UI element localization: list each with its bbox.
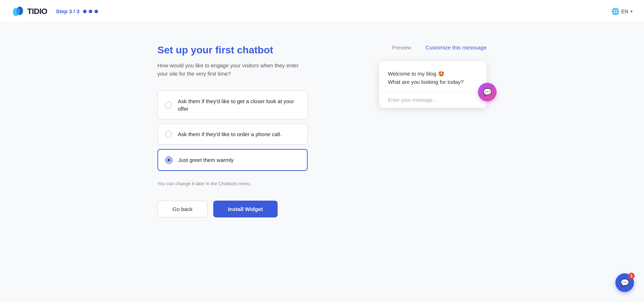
- option-greet-label: Just greet them warmly: [178, 156, 234, 164]
- chat-widget-icon: 💬: [483, 88, 492, 96]
- step-text: Step 3 / 3: [56, 8, 79, 14]
- header-left: TIDIO Step 3 / 3: [11, 5, 98, 18]
- step-dots: [83, 10, 98, 13]
- preview-header: Preview Customize this messsage: [351, 44, 487, 51]
- lang-text: EN: [621, 9, 628, 14]
- radio-phone: [165, 131, 172, 138]
- globe-icon: 🌐: [611, 8, 619, 15]
- option-offer-label: Ask them if they'd like to get a closer …: [178, 97, 300, 112]
- svg-point-2: [16, 8, 20, 15]
- step-indicator: Step 3 / 3: [56, 8, 98, 14]
- dot-1: [83, 10, 87, 13]
- radio-greet-inner: [167, 158, 171, 162]
- hint-text: You can change it later in the Chatbots …: [157, 181, 308, 186]
- floating-chat-icon: 💬: [620, 278, 629, 287]
- option-phone-label: Ask them if they'd like to order a phone…: [178, 130, 282, 138]
- language-selector[interactable]: 🌐 EN ▾: [611, 8, 633, 15]
- chat-message: Welcome to my blog 🤩What are you looking…: [388, 70, 478, 86]
- chat-input-area[interactable]: Enter your message...: [388, 92, 478, 108]
- right-panel: Preview Customize this messsage Welcome …: [351, 44, 487, 217]
- chat-preview-container: Welcome to my blog 🤩What are you looking…: [351, 61, 487, 108]
- chat-input-placeholder: Enter your message...: [388, 97, 437, 103]
- chat-bubble: Welcome to my blog 🤩What are you looking…: [379, 61, 487, 108]
- page-title: Set up your first chatbot: [157, 44, 308, 56]
- preview-label: Preview: [392, 44, 411, 51]
- option-offer[interactable]: Ask them if they'd like to get a closer …: [157, 91, 308, 119]
- radio-offer: [165, 101, 172, 109]
- customize-link[interactable]: Customize this messsage: [425, 44, 487, 51]
- floating-chat-button[interactable]: 💬 1: [615, 273, 634, 292]
- page-subtitle: How would you like to engage your visito…: [157, 62, 308, 78]
- radio-greet: [165, 157, 172, 164]
- notification-badge: 1: [628, 273, 635, 279]
- logo-text: TIDIO: [27, 7, 47, 16]
- main-content: Set up your first chatbot How would you …: [0, 23, 644, 232]
- action-buttons: Go back Install Widget: [157, 201, 308, 217]
- dot-3: [94, 10, 98, 13]
- chevron-down-icon: ▾: [630, 9, 633, 14]
- option-greet[interactable]: Just greet them warmly: [157, 149, 308, 171]
- option-phone[interactable]: Ask them if they'd like to order a phone…: [157, 124, 308, 145]
- install-widget-button[interactable]: Install Widget: [213, 201, 278, 217]
- options-list: Ask them if they'd like to get a closer …: [157, 91, 308, 171]
- chat-widget-button[interactable]: 💬: [478, 83, 497, 101]
- dot-2: [89, 10, 92, 13]
- logo-icon: [11, 5, 24, 18]
- go-back-button[interactable]: Go back: [157, 201, 208, 217]
- logo: TIDIO: [11, 5, 47, 18]
- header: TIDIO Step 3 / 3 🌐 EN ▾: [0, 0, 644, 23]
- left-panel: Set up your first chatbot How would you …: [157, 44, 308, 217]
